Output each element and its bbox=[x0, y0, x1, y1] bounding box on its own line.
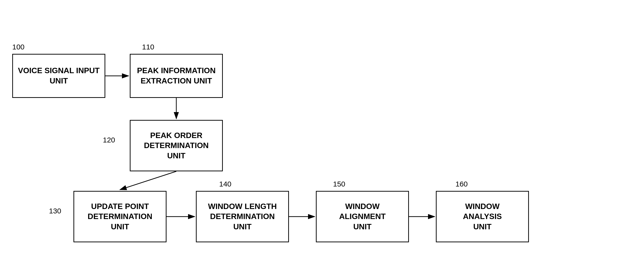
label-130: 130 bbox=[49, 207, 61, 215]
block-window-length-determination: WINDOW LENGTHDETERMINATIONUNIT bbox=[196, 191, 289, 242]
label-110: 110 bbox=[142, 43, 154, 51]
block-window-analysis-label: WINDOWANALYSISUNIT bbox=[463, 201, 502, 232]
diagram-container: VOICE SIGNAL INPUT UNIT 100 PEAK INFORMA… bbox=[0, 0, 644, 279]
block-peak-order-determination: PEAK ORDERDETERMINATIONUNIT bbox=[130, 120, 223, 171]
block-window-alignment-label: WINDOWALIGNMENTUNIT bbox=[339, 201, 386, 232]
block-window-length-determination-label: WINDOW LENGTHDETERMINATIONUNIT bbox=[208, 201, 277, 232]
block-window-analysis: WINDOWANALYSISUNIT bbox=[436, 191, 529, 242]
label-120: 120 bbox=[103, 136, 115, 144]
block-peak-information-extraction-label: PEAK INFORMATIONEXTRACTION UNIT bbox=[137, 66, 216, 86]
block-window-alignment: WINDOWALIGNMENTUNIT bbox=[316, 191, 409, 242]
block-peak-information-extraction: PEAK INFORMATIONEXTRACTION UNIT bbox=[130, 54, 223, 98]
label-150: 150 bbox=[333, 180, 345, 188]
block-peak-order-determination-label: PEAK ORDERDETERMINATIONUNIT bbox=[144, 130, 209, 161]
block-update-point-determination-label: UPDATE POINTDETERMINATIONUNIT bbox=[88, 201, 152, 232]
label-140: 140 bbox=[219, 180, 232, 188]
block-voice-signal-input: VOICE SIGNAL INPUT UNIT bbox=[12, 54, 105, 98]
arrow-120-130 bbox=[120, 171, 176, 190]
label-100: 100 bbox=[12, 43, 24, 51]
block-update-point-determination: UPDATE POINTDETERMINATIONUNIT bbox=[74, 191, 166, 242]
label-160: 160 bbox=[456, 180, 468, 188]
block-voice-signal-input-label: VOICE SIGNAL INPUT UNIT bbox=[13, 66, 104, 86]
